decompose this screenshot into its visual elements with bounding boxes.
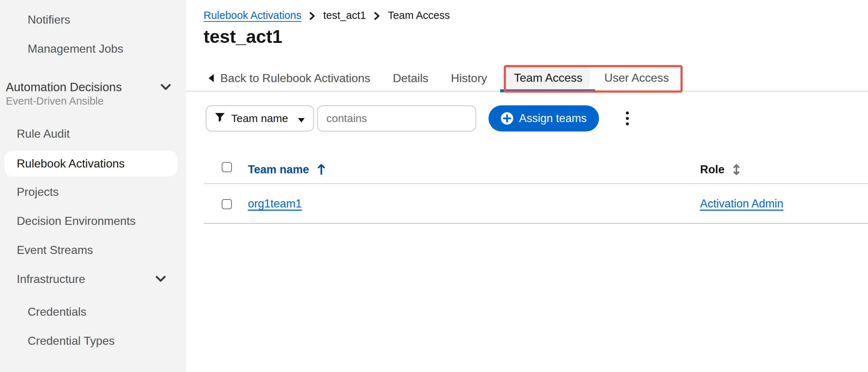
assign-teams-label: Assign teams	[519, 112, 587, 125]
breadcrumb: Rulebook Activations test_act1 Team Acce…	[204, 9, 450, 21]
chevron-right-icon	[309, 12, 315, 20]
sidebar-nav: Notifiers Management Jobs Automation Dec…	[0, 0, 186, 372]
sort-ascending-icon[interactable]	[318, 164, 325, 175]
assign-teams-button[interactable]: Assign teams	[489, 105, 599, 132]
column-header-team-name[interactable]: Team name	[248, 155, 325, 184]
breadcrumb-item-test-act1: test_act1	[323, 9, 366, 21]
page-title: test_act1	[204, 26, 282, 47]
table-row: org1team1 Activation Admin	[204, 184, 868, 224]
plus-circle-icon	[501, 112, 513, 125]
chevron-right-icon	[374, 12, 380, 20]
annotation-highlight-box: Team Access User Access	[507, 66, 676, 89]
sort-both-icon[interactable]	[733, 164, 740, 175]
sidebar-item-decision-environments[interactable]: Decision Environments	[0, 206, 186, 235]
table-header-row: Team name Role	[204, 155, 868, 184]
filter-funnel-icon	[215, 112, 225, 125]
sidebar-item-notifiers[interactable]: Notifiers	[0, 5, 186, 34]
chevron-down-icon[interactable]	[161, 84, 171, 90]
sidebar-item-rulebook-activations[interactable]: Rulebook Activations	[4, 150, 177, 177]
tab-user-access[interactable]: User Access	[597, 66, 676, 89]
select-all-checkbox[interactable]	[222, 162, 232, 172]
sidebar-item-credentials[interactable]: Credentials	[0, 297, 186, 326]
main-content: Rulebook Activations test_act1 Team Acce…	[186, 0, 868, 372]
team-name-header-label: Team name	[248, 163, 309, 176]
tab-details[interactable]: Details	[393, 72, 429, 85]
filter-attribute-dropdown[interactable]: Team name	[206, 105, 314, 132]
sidebar-item-projects[interactable]: Projects	[0, 177, 186, 206]
row-checkbox[interactable]	[222, 199, 232, 209]
tab-bar: Back to Rulebook Activations Details His…	[186, 65, 868, 92]
sidebar-section-subtitle: Event-Driven Ansible	[6, 94, 104, 108]
back-tab-label: Back to Rulebook Activations	[220, 72, 370, 85]
filter-value-input[interactable]	[317, 105, 476, 132]
table-toolbar: Team name Assign teams	[186, 105, 868, 132]
sidebar-item-credential-types[interactable]: Credential Types	[0, 326, 186, 355]
tab-back-to-rulebook-activations[interactable]: Back to Rulebook Activations	[209, 72, 370, 85]
app-window: Notifiers Management Jobs Automation Dec…	[0, 0, 868, 372]
filter-dropdown-label: Team name	[231, 112, 292, 125]
column-header-role[interactable]: Role	[700, 155, 740, 184]
role-header-label: Role	[700, 163, 724, 176]
chevron-down-icon[interactable]	[156, 276, 166, 282]
role-link[interactable]: Activation Admin	[700, 197, 783, 210]
caret-down-icon	[298, 112, 305, 125]
sidebar-item-rule-audit[interactable]: Rule Audit	[0, 119, 186, 148]
team-name-link[interactable]: org1team1	[248, 197, 302, 210]
tab-history[interactable]: History	[451, 72, 487, 85]
breadcrumb-item-team-access: Team Access	[388, 9, 450, 21]
caret-left-icon	[209, 72, 214, 85]
sidebar-item-management-jobs[interactable]: Management Jobs	[0, 34, 186, 63]
kebab-menu-button[interactable]	[622, 105, 633, 132]
breadcrumb-link-rulebook-activations[interactable]: Rulebook Activations	[204, 9, 301, 21]
sidebar-item-event-streams[interactable]: Event Streams	[0, 235, 186, 264]
sidebar-section-automation-decisions[interactable]: Automation Decisions	[6, 78, 122, 96]
tab-team-access[interactable]: Team Access	[507, 66, 590, 89]
